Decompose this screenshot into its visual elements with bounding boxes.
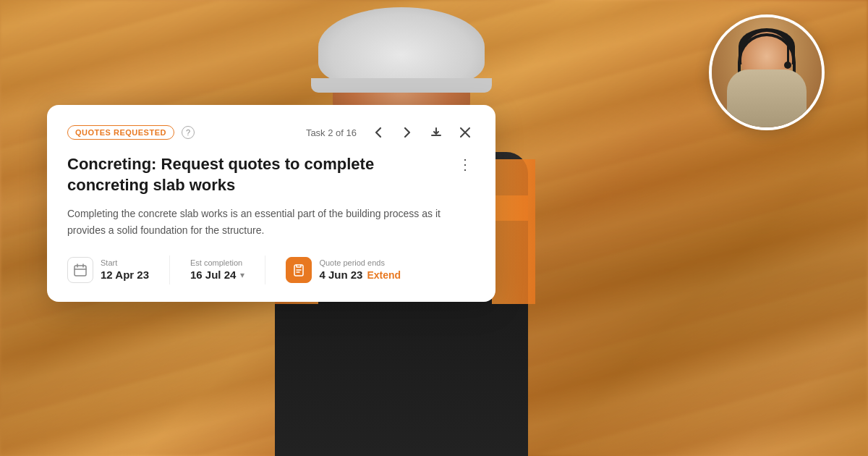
task-card: QUOTES REQUESTED ? Task 2 of 16 — [47, 105, 495, 302]
status-badge: QUOTES REQUESTED — [67, 125, 174, 140]
close-button[interactable] — [455, 122, 475, 143]
clipboard-icon — [286, 257, 312, 283]
start-label: Start — [101, 258, 149, 267]
nav-next-button[interactable] — [397, 122, 417, 143]
header-left: QUOTES REQUESTED ? — [67, 125, 195, 140]
start-date-content: Start 12 Apr 23 — [101, 258, 149, 281]
date-separator-1 — [169, 256, 170, 284]
card-title: Concreting: Request quotes to complete c… — [67, 154, 455, 195]
date-separator-2 — [265, 256, 265, 284]
avatar-body — [727, 69, 807, 127]
avatar — [712, 17, 822, 127]
more-options-button[interactable]: ⋮ — [455, 156, 475, 173]
est-completion-dropdown[interactable]: ▾ — [240, 270, 244, 280]
nav-download-button[interactable] — [426, 122, 446, 143]
header-right: Task 2 of 16 — [306, 122, 475, 143]
extend-link[interactable]: Extend — [367, 269, 401, 281]
quote-period-item: Quote period ends 4 Jun 23 Extend — [286, 257, 401, 283]
card-header: QUOTES REQUESTED ? Task 2 of 16 — [67, 122, 475, 143]
nav-prev-button[interactable] — [368, 122, 388, 143]
svg-rect-0 — [75, 266, 86, 276]
quote-period-value: 4 Jun 23 — [319, 269, 362, 281]
est-completion-label: Est completion — [190, 258, 244, 267]
est-completion-value: 16 Jul 24 — [190, 269, 236, 281]
help-button[interactable]: ? — [182, 126, 195, 139]
start-value: 12 Apr 23 — [101, 269, 149, 281]
card-description: Completing the concrete slab works is an… — [67, 206, 475, 238]
est-completion-item: Est completion 16 Jul 24 ▾ — [190, 258, 244, 281]
start-date-item: Start 12 Apr 23 — [67, 257, 149, 283]
mic-icon — [787, 46, 789, 66]
est-completion-value-row: 16 Jul 24 ▾ — [190, 269, 244, 281]
vest-right — [492, 159, 535, 304]
helmet — [318, 7, 485, 87]
task-counter: Task 2 of 16 — [306, 127, 357, 138]
title-row: Concreting: Request quotes to complete c… — [67, 154, 475, 195]
avatar-container — [709, 14, 825, 130]
est-completion-content: Est completion 16 Jul 24 ▾ — [190, 258, 244, 281]
quote-period-content: Quote period ends 4 Jun 23 Extend — [319, 258, 401, 281]
calendar-icon — [67, 257, 93, 283]
quote-period-label: Quote period ends — [319, 258, 401, 267]
quote-period-value-row: 4 Jun 23 Extend — [319, 269, 401, 281]
dates-row: Start 12 Apr 23 Est completion 16 Jul 24… — [67, 256, 475, 284]
